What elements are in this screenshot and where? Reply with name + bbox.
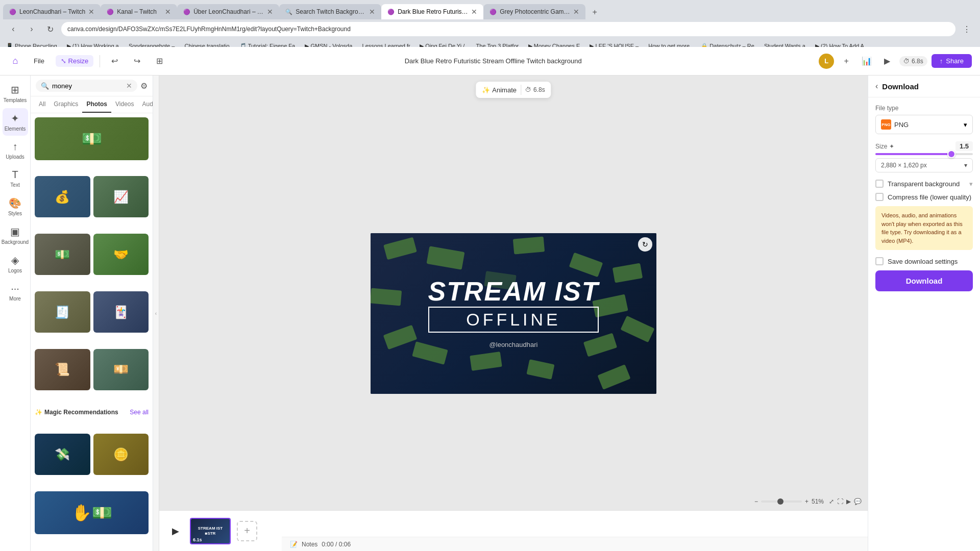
save-settings-row[interactable]: Save download settings [875, 257, 973, 265]
photo-item-1[interactable]: 💵 [35, 117, 149, 173]
compress-row[interactable]: Compress file (lower quality) [875, 193, 973, 201]
refresh-canvas-button[interactable]: ↻ [638, 237, 652, 252]
fullscreen-button[interactable]: ⛶ [837, 498, 843, 505]
new-tab-button[interactable]: + [587, 5, 602, 19]
tool-more-label: More [9, 296, 21, 302]
search-input-wrap[interactable]: 🔍 ✕ [36, 80, 137, 92]
home-button[interactable]: ⌂ [8, 54, 22, 68]
search-input[interactable] [52, 82, 123, 90]
notes-label[interactable]: Notes [302, 541, 317, 548]
tab-3-close[interactable]: ✕ [267, 8, 273, 16]
file-menu[interactable]: File [29, 55, 50, 67]
extensions-button[interactable]: ⋮ [960, 22, 974, 36]
see-all-button[interactable]: See all [130, 409, 149, 416]
zoom-in-button[interactable]: + [805, 498, 808, 505]
play-preview-button[interactable]: ▶ [879, 53, 895, 69]
url-input[interactable]: canva.com/design/DAFO3SwZXc/mSs7E2LFUyhR… [61, 22, 955, 36]
tab-1[interactable]: 🟣 LeonChaudhari – Twitch ✕ [3, 4, 101, 19]
tab-2-close[interactable]: ✕ [165, 8, 171, 16]
analytics-button[interactable]: 📊 [859, 53, 875, 69]
canvas-wrap: STREAM IST OFFLINE @leonchaudhari ↻ [371, 233, 656, 394]
photo-item-6[interactable]: 🧾 [35, 291, 90, 346]
warning-box: Videos, audio, and animations won't play… [875, 206, 973, 250]
tab-5-close[interactable]: ✕ [471, 8, 477, 16]
play-button[interactable]: ▶ [167, 523, 184, 539]
photo-item-9[interactable]: 💴 [93, 349, 149, 404]
download-button[interactable]: Download [875, 270, 973, 291]
dimensions-select[interactable]: 2,880 × 1,620 px ▾ [875, 158, 973, 172]
add-user-button[interactable]: + [838, 53, 854, 69]
size-slider[interactable] [875, 153, 973, 155]
tab-6-label: Grey Photocentric Game Nigh... [500, 8, 570, 15]
file-type-select[interactable]: PNG PNG ▾ [875, 115, 973, 134]
tool-uploads[interactable]: ↑ Uploads [3, 137, 28, 164]
sidebar-collapse[interactable]: ‹ [153, 76, 159, 551]
transparent-bg-row[interactable]: Transparent background ▾ [875, 180, 973, 188]
panel-header: ‹ Download [868, 76, 980, 97]
duration-indicator: ⏱ 6.8s [525, 86, 545, 93]
design-canvas[interactable]: STREAM IST OFFLINE @leonchaudhari ↻ [371, 233, 656, 394]
comment-button[interactable]: 💬 [854, 498, 862, 505]
tab-5-active[interactable]: 🟣 Dark Blue Retro Futuristic Str... ✕ [381, 4, 483, 19]
save-settings-checkbox[interactable] [875, 257, 884, 265]
timeline-thumbnail[interactable]: STREAM IST■STR 6.1s [190, 518, 231, 544]
filter-button[interactable]: ⚙ [140, 81, 148, 91]
undo-button[interactable]: ↩ [106, 53, 122, 69]
photo-item-4[interactable]: 💵 [35, 234, 90, 288]
resize-button[interactable]: ⤡ Resize [56, 55, 93, 67]
cat-audio[interactable]: Audio [138, 96, 153, 113]
tab-6-close[interactable]: ✕ [573, 8, 579, 16]
present-button[interactable]: ▶ [846, 498, 851, 505]
zoom-out-button[interactable]: − [754, 498, 758, 505]
cat-videos[interactable]: Videos [111, 96, 138, 113]
panel-back-button[interactable]: ‹ [875, 82, 878, 91]
user-avatar[interactable]: L [819, 54, 834, 69]
tool-more[interactable]: ··· More [3, 279, 28, 306]
tool-templates[interactable]: ⊞ Templates [3, 80, 28, 107]
fit-button[interactable]: ⤢ [829, 498, 834, 505]
grid-button[interactable]: ⊞ [151, 53, 167, 69]
tool-styles[interactable]: 🎨 Styles [3, 193, 28, 220]
cat-graphics[interactable]: Graphics [50, 96, 82, 113]
search-clear-button[interactable]: ✕ [126, 82, 132, 90]
photo-item-5[interactable]: 🤝 [93, 234, 149, 288]
tool-elements[interactable]: ✦ Elements [3, 108, 28, 136]
photo-item-7[interactable]: 🃏 [93, 291, 149, 346]
zoom-thumb[interactable] [777, 498, 783, 505]
magic-item-1[interactable]: 💸 [35, 434, 90, 488]
compress-checkbox[interactable] [875, 193, 884, 201]
cat-photos[interactable]: Photos [82, 96, 111, 113]
photo-item-2[interactable]: 💰 [35, 176, 90, 231]
tool-background[interactable]: ▣ Background [3, 221, 28, 249]
canvas-duration: 6.8s [533, 86, 545, 93]
tab-6[interactable]: 🟣 Grey Photocentric Game Nigh... ✕ [483, 4, 585, 19]
thumb-label: 6.1s [193, 537, 202, 542]
transparent-bg-checkbox[interactable] [875, 180, 884, 188]
select-chevron-icon: ▾ [964, 121, 967, 129]
add-page-button[interactable]: + [237, 521, 257, 541]
photo-item-8[interactable]: 📜 [35, 349, 90, 404]
redo-button[interactable]: ↪ [129, 53, 145, 69]
magic-item-3[interactable]: ✋💵 [35, 491, 149, 547]
tab-2[interactable]: 🟣 Kanal – Twitch ✕ [101, 4, 177, 19]
animate-button[interactable]: ✨ Animate [482, 86, 517, 94]
tool-logos[interactable]: ◈ Logos [3, 250, 28, 278]
category-tabs: All Graphics Photos Videos Audio [31, 96, 153, 113]
tool-text-label: Text [10, 182, 19, 188]
tool-templates-label: Templates [4, 97, 27, 103]
tab-1-close[interactable]: ✕ [88, 8, 94, 16]
download-panel: ‹ Download File type PNG PNG ▾ Size ✦ 1.… [868, 76, 980, 551]
slider-thumb[interactable] [947, 150, 955, 158]
cat-all[interactable]: All [35, 96, 50, 113]
refresh-button[interactable]: ↻ [43, 22, 57, 36]
share-button[interactable]: ↑ Share [932, 54, 972, 68]
tool-text[interactable]: T Text [3, 165, 28, 192]
magic-item-2[interactable]: 🪙 [93, 434, 149, 488]
tab-4-close[interactable]: ✕ [369, 8, 375, 16]
tab-3[interactable]: 🟣 Über LeonChaudhari – Twitch ✕ [177, 4, 279, 19]
back-button[interactable]: ‹ [6, 22, 20, 36]
zoom-slider[interactable] [761, 500, 802, 503]
forward-button[interactable]: › [24, 22, 39, 36]
photo-item-3[interactable]: 📈 [93, 176, 149, 231]
tab-4[interactable]: 🔍 Search Twitch Background – C... ✕ [279, 4, 381, 19]
